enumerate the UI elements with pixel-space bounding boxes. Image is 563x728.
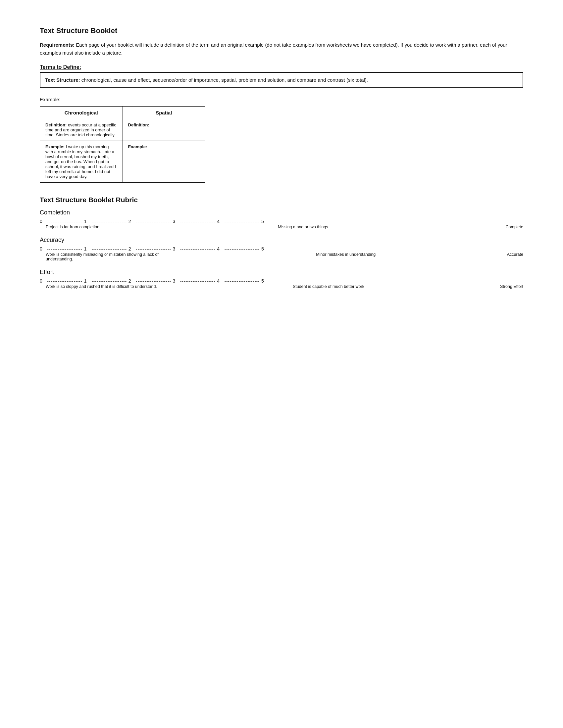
requirements-text: Each page of your booklet will include a… xyxy=(74,42,227,48)
rubric-effort: Effort 0 -------------------- 1 --------… xyxy=(40,269,523,289)
rubric-labels-completion: Project is far from completion. Missing … xyxy=(40,225,523,229)
definition-col2: Definition: xyxy=(122,119,205,141)
def-label-col2: Definition: xyxy=(128,122,149,127)
rubric-scale-effort: 0 -------------------- 1 ---------------… xyxy=(40,278,523,284)
table-wrapper: Chronological Spatial Definition: events… xyxy=(40,106,523,183)
rubric-scale-completion: 0 -------------------- 1 ---------------… xyxy=(40,219,523,224)
table-row: Example: I woke up this morning with a r… xyxy=(40,141,205,183)
terms-header: Terms to Define: xyxy=(40,64,523,70)
requirements-block: Requirements: Each page of your booklet … xyxy=(40,41,523,57)
page-title: Text Structure Booklet xyxy=(40,26,523,35)
rubric-label-mid-completion: Missing a one or two things xyxy=(278,225,328,229)
example-col2: Example: xyxy=(122,141,205,183)
terms-box: Text Structure: chronological, cause and… xyxy=(40,72,523,88)
rubric-label-mid-effort: Student is capable of much better work xyxy=(293,284,364,289)
table-row: Definition: events occur at a specific t… xyxy=(40,119,205,141)
rubric-label-left-accuracy: Work is consistently misleading or mista… xyxy=(46,252,185,261)
rubric-category-effort: Effort xyxy=(40,269,523,276)
rubric-label-right-accuracy: Accurate xyxy=(507,252,523,261)
col1-header: Chronological xyxy=(40,107,123,119)
example-label-col1: Example: xyxy=(45,144,65,149)
rubric-completion: Completion 0 -------------------- 1 ----… xyxy=(40,209,523,229)
rubric-section: Text Structure Booklet Rubric Completion… xyxy=(40,196,523,289)
rubric-labels-accuracy: Work is consistently misleading or mista… xyxy=(40,252,523,261)
rubric-label-mid-accuracy: Minor mistakes in understanding xyxy=(316,252,376,261)
rubric-label-right-effort: Strong Effort xyxy=(500,284,523,289)
col2-header: Spatial xyxy=(122,107,205,119)
rubric-label-left-completion: Project is far from completion. xyxy=(46,225,100,229)
rubric-labels-effort: Work is so sloppy and rushed that it is … xyxy=(40,284,523,289)
rubric-accuracy: Accuracy 0 -------------------- 1 ------… xyxy=(40,237,523,261)
rubric-scale-accuracy: 0 -------------------- 1 ---------------… xyxy=(40,246,523,251)
example-col1: Example: I woke up this morning with a r… xyxy=(40,141,123,183)
structure-table: Chronological Spatial Definition: events… xyxy=(40,106,205,183)
rubric-title: Text Structure Booklet Rubric xyxy=(40,196,523,204)
rubric-label-right-completion: Complete xyxy=(506,225,524,229)
requirements-underline: original example (do not take examples f… xyxy=(227,42,398,48)
def-label-col1: Definition: xyxy=(45,122,67,127)
rubric-label-left-effort: Work is so sloppy and rushed that it is … xyxy=(46,284,157,289)
rubric-category-completion: Completion xyxy=(40,209,523,216)
rubric-category-accuracy: Accuracy xyxy=(40,237,523,244)
terms-box-label: Text Structure: xyxy=(45,77,80,83)
terms-box-text: chronological, cause and effect, sequenc… xyxy=(80,77,368,83)
example-label-col2: Example: xyxy=(128,144,147,149)
example-label: Example: xyxy=(40,97,523,102)
definition-col1: Definition: events occur at a specific t… xyxy=(40,119,123,141)
requirements-label: Requirements: xyxy=(40,42,74,48)
example-text-col1: I woke up this morning with a rumble in … xyxy=(45,144,116,179)
